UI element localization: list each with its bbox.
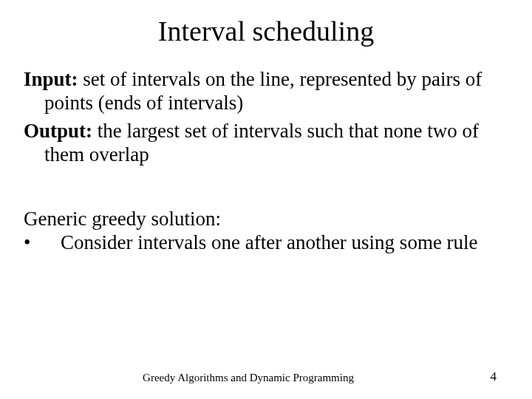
spacer bbox=[24, 171, 508, 208]
bullet-item: •Consider intervals one after another us… bbox=[24, 231, 508, 255]
slide-title: Interval scheduling bbox=[24, 15, 508, 47]
page-number: 4 bbox=[491, 369, 497, 384]
generic-heading: Generic greedy solution: bbox=[24, 208, 508, 231]
bullet-icon: • bbox=[44, 231, 61, 255]
slide-footer: Greedy Algorithms and Dynamic Programmin… bbox=[0, 372, 532, 384]
input-text: set of intervals on the line, represente… bbox=[44, 68, 482, 114]
input-label: Input: bbox=[24, 68, 78, 90]
slide: Interval scheduling Input: set of interv… bbox=[0, 0, 532, 399]
bullet-text: Consider intervals one after another usi… bbox=[61, 231, 478, 253]
footer-title: Greedy Algorithms and Dynamic Programmin… bbox=[0, 372, 497, 384]
output-text: the largest set of intervals such that n… bbox=[44, 120, 479, 166]
slide-body: Input: set of intervals on the line, rep… bbox=[24, 68, 508, 255]
output-label: Output: bbox=[24, 120, 92, 142]
output-paragraph: Output: the largest set of intervals suc… bbox=[24, 120, 508, 167]
input-paragraph: Input: set of intervals on the line, rep… bbox=[24, 68, 508, 115]
